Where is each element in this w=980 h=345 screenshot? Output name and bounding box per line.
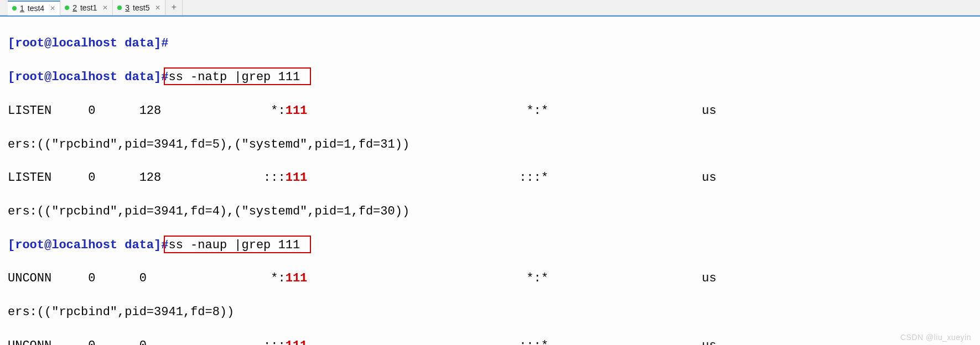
tab-num: 3	[125, 3, 129, 12]
prompt: [root@localhost data]#	[8, 70, 168, 84]
output-line: LISTEN 0 128 *:111 *:* us	[8, 103, 978, 119]
highlighted-port: 111	[286, 271, 308, 285]
output-line: UNCONN 0 0 *:111 *:* us	[8, 270, 978, 287]
tab-bar: 1 test4 ✕ 2 test1 ✕ 3 test5 ✕ +	[0, 0, 980, 15]
output-line: ers:(("rpcbind",pid=3941,fd=8))	[8, 304, 978, 321]
highlighted-port: 111	[286, 104, 308, 118]
tab-num: 1	[20, 4, 24, 13]
command-text: ss -naup |grep 111	[168, 238, 300, 252]
command-line-1: [root@localhost data]#ss -natp |grep 111	[8, 69, 978, 86]
status-dot-icon	[12, 6, 17, 11]
close-icon[interactable]: ✕	[102, 4, 108, 12]
close-icon[interactable]: ✕	[50, 4, 55, 12]
tab-2[interactable]: 2 test1 ✕	[60, 0, 113, 15]
add-tab-button[interactable]: +	[165, 0, 183, 15]
tab-num: 2	[72, 3, 77, 12]
tab-3[interactable]: 3 test5 ✕	[113, 0, 165, 15]
output-line: ers:(("rpcbind",pid=3941,fd=4),("systemd…	[8, 203, 978, 220]
terminal-output[interactable]: [root@localhost data]# [root@localhost d…	[0, 15, 980, 345]
command-text: ss -natp |grep 111	[168, 70, 300, 84]
prompt-line: [root@localhost data]#	[8, 35, 978, 52]
prompt: [root@localhost data]#	[8, 36, 168, 50]
status-dot-icon	[117, 6, 122, 10]
output-line: LISTEN 0 128 :::111 :::* us	[8, 170, 978, 186]
tab-name: test1	[80, 3, 97, 12]
tab-name: test4	[28, 4, 44, 13]
tab-name: test5	[133, 3, 149, 12]
output-line: ers:(("rpcbind",pid=3941,fd=5),("systemd…	[8, 137, 978, 153]
watermark: CSDN @liu_xueyin	[900, 333, 971, 342]
close-icon[interactable]: ✕	[155, 4, 160, 12]
output-line: UNCONN 0 0 :::111 :::* us	[8, 338, 978, 345]
prompt: [root@localhost data]#	[8, 238, 168, 252]
status-dot-icon	[65, 6, 69, 10]
highlighted-port: 111	[286, 339, 308, 345]
tab-1[interactable]: 1 test4 ✕	[8, 1, 60, 15]
command-line-2: [root@localhost data]#ss -naup |grep 111	[8, 237, 978, 254]
highlighted-port: 111	[286, 171, 308, 185]
